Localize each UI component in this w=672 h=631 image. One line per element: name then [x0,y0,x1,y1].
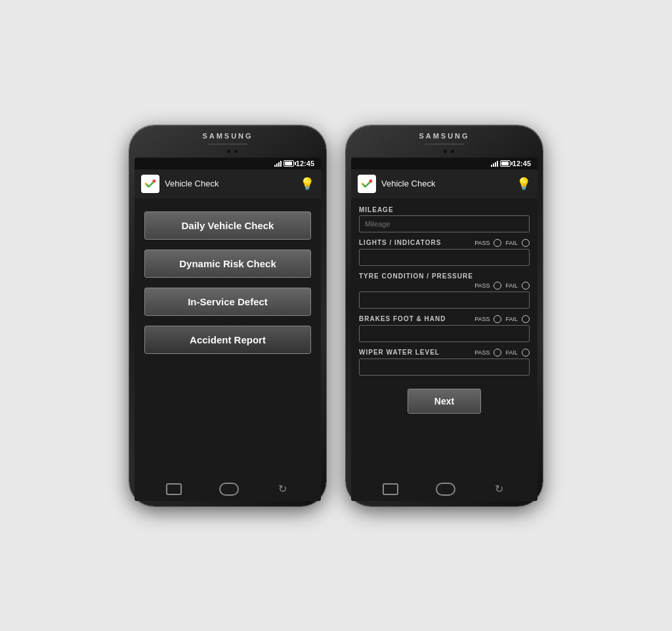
brakes-fail-radio[interactable] [522,315,530,323]
checkmark-icon-right [360,177,373,190]
svg-point-5 [362,183,364,185]
brakes-radio-group: PASS FAIL [474,315,530,323]
lights-pass-label: PASS [474,240,490,246]
battery-fill-left [285,162,292,165]
brakes-input[interactable] [359,325,530,342]
bar2r [493,163,494,167]
brakes-pass-label: PASS [474,316,490,322]
tyre-fail-label: FAIL [505,282,518,289]
battery-icon-right [500,160,511,167]
lights-fail-radio[interactable] [522,239,530,247]
led-right [444,150,447,153]
camera-row-left [218,149,238,154]
screen-content-left: Daily Vehicle Check Dynamic Risk Check I… [135,198,321,477]
nav-recent-right[interactable] [383,483,398,495]
checkmark-icon [144,177,157,190]
app-title-right: Vehicle Check [381,179,511,188]
status-time-right: 12:45 [513,160,531,167]
phone-right: SAMSUNG 12:45 [346,125,543,506]
next-btn-container: Next [359,389,530,414]
tyre-label: TYRE CONDITION / PRESSURE [359,272,530,280]
tyre-section: TYRE CONDITION / PRESSURE PASS FAIL [359,272,530,309]
lights-section: LIGHTS / INDICATORS PASS FAIL [359,239,530,266]
bar1r [491,165,492,167]
brakes-label: BRAKES FOOT & HAND [359,315,446,322]
bar3 [278,162,280,167]
screen-right: 12:45 Vehicle Check 💡 [351,158,537,501]
accident-report-button[interactable]: Accident Report [144,326,311,354]
brand-left: SAMSUNG [202,132,253,140]
mileage-input[interactable] [359,215,530,232]
brakes-header-row: BRAKES FOOT & HAND PASS FAIL [359,315,530,323]
tyre-pass-radio[interactable] [494,282,501,290]
svg-point-2 [145,183,147,185]
next-button[interactable]: Next [408,389,481,414]
app-icon-right [358,175,376,193]
speaker-right [425,142,464,146]
led2-left [234,150,238,153]
tyre-pass-label: PASS [474,282,490,289]
tyre-radio-group: PASS FAIL [474,282,530,290]
speaker-left [208,142,247,146]
svg-point-4 [369,179,372,183]
battery-icon-left [284,160,294,167]
mileage-section: MILEAGE [359,206,530,232]
lights-header-row: LIGHTS / INDICATORS PASS FAIL [359,239,530,247]
wiper-fail-radio[interactable] [522,349,530,357]
wiper-radio-group: PASS FAIL [474,349,530,357]
status-icons-right: 12:45 [491,160,531,167]
nav-home-right[interactable] [436,483,455,496]
status-bar-right: 12:45 [351,158,537,169]
brakes-fail-label: FAIL [505,316,518,322]
nav-home-left[interactable] [219,483,239,496]
wiper-section: WIPER WATER LEVEL PASS FAIL [359,349,530,376]
bar4 [280,161,282,167]
app-icon-left [141,175,159,193]
app-bar-left: Vehicle Check 💡 [135,169,321,198]
lights-input[interactable] [359,249,530,266]
led-left [227,150,230,153]
app-title-left: Vehicle Check [165,179,295,188]
bar2 [276,163,278,167]
camera-row-right [434,149,454,154]
lights-fail-label: FAIL [505,240,518,246]
signal-icon-right [491,160,498,167]
nav-back-left[interactable]: ↻ [276,483,289,495]
mileage-label: MILEAGE [359,206,530,213]
phone-left: SAMSUNG 12:45 [129,125,326,506]
bar1 [274,165,276,167]
daily-vehicle-check-button[interactable]: Daily Vehicle Check [144,211,311,240]
nav-back-right[interactable]: ↻ [493,483,506,495]
dynamic-risk-check-button[interactable]: Dynamic Risk Check [144,250,311,278]
form-content-right: MILEAGE LIGHTS / INDICATORS PASS FAIL [351,198,537,477]
lights-pass-radio[interactable] [494,239,501,247]
battery-fill-right [501,162,509,165]
signal-icon-left [274,160,282,167]
status-bar-left: 12:45 [135,158,321,169]
lights-radio-group: PASS FAIL [474,239,530,247]
bar3r [495,162,496,167]
svg-point-1 [152,179,156,183]
tyre-radio-row: PASS FAIL [359,282,530,290]
brakes-section: BRAKES FOOT & HAND PASS FAIL [359,315,530,342]
bottom-nav-left: ↻ [135,477,321,501]
bulb-icon-right: 💡 [516,177,531,191]
brakes-pass-radio[interactable] [494,315,501,323]
wiper-pass-label: PASS [474,349,490,356]
in-service-defect-button[interactable]: In-Service Defect [144,288,311,316]
status-time-left: 12:45 [296,160,314,167]
wiper-fail-label: FAIL [505,349,518,356]
tyre-input[interactable] [359,292,530,309]
wiper-pass-radio[interactable] [494,349,501,357]
led2-right [451,150,454,153]
bottom-nav-right: ↻ [351,477,537,501]
tyre-fail-radio[interactable] [522,282,530,290]
bulb-icon-left: 💡 [300,177,314,191]
lights-label: LIGHTS / INDICATORS [359,239,441,246]
app-bar-right: Vehicle Check 💡 [351,169,537,198]
wiper-label: WIPER WATER LEVEL [359,349,440,356]
nav-recent-left[interactable] [166,483,182,495]
screen-left: 12:45 Vehicle Check 💡 Daily Ve [135,158,321,501]
bar4r [497,161,498,167]
wiper-input[interactable] [359,359,530,376]
